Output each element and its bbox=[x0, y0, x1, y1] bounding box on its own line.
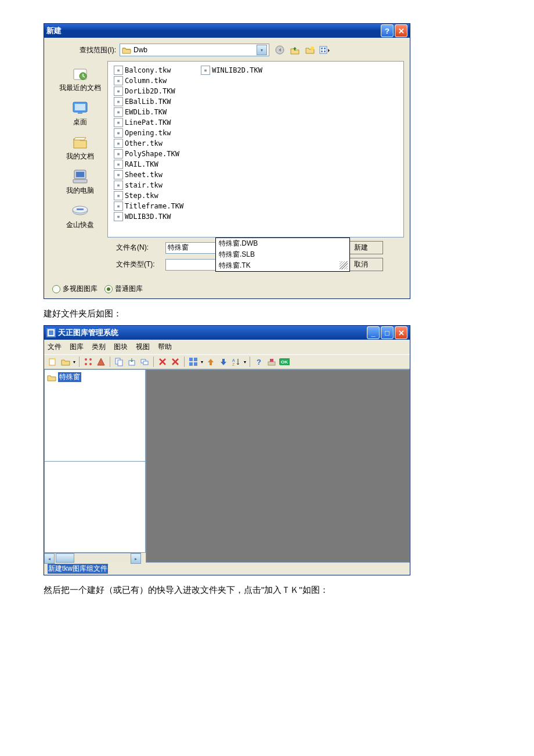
svg-point-1 bbox=[311, 46, 314, 50]
preview-panel bbox=[146, 369, 410, 563]
layout-icon[interactable] bbox=[188, 357, 199, 367]
scroll-right-icon[interactable]: ▸ bbox=[131, 553, 141, 564]
new-icon[interactable] bbox=[48, 357, 58, 367]
up-icon[interactable] bbox=[289, 44, 301, 56]
menu-category[interactable]: 类别 bbox=[92, 342, 106, 352]
copy-icon[interactable] bbox=[114, 357, 124, 367]
file-item[interactable]: ▦LinePat.TKW bbox=[114, 117, 183, 127]
settings-icon[interactable] bbox=[266, 357, 277, 367]
tree-item[interactable]: 特殊窗 bbox=[47, 372, 143, 382]
file-item[interactable]: ▦Step.tkw bbox=[114, 190, 183, 200]
sort-icon[interactable]: AZ bbox=[231, 357, 241, 367]
file-item[interactable]: ▦Titleframe.TKW bbox=[114, 201, 183, 211]
file-item[interactable]: ▦EBalLib.TKW bbox=[114, 96, 183, 106]
svg-point-21 bbox=[85, 358, 87, 361]
pyramid-icon[interactable] bbox=[96, 357, 106, 367]
mydocs-icon bbox=[71, 134, 89, 150]
svg-rect-29 bbox=[143, 361, 148, 365]
svg-rect-20 bbox=[49, 359, 55, 365]
place-kingsoft[interactable]: 金山快盘 bbox=[66, 200, 94, 232]
place-mydocs[interactable]: 我的文档 bbox=[66, 132, 94, 164]
radio-multiview[interactable]: 多视图图库 bbox=[52, 284, 98, 294]
horizontal-scrollbar[interactable]: ◂ ▸ bbox=[44, 553, 141, 563]
ok-icon[interactable]: OK bbox=[279, 357, 290, 367]
look-in-combo[interactable]: Dwb ▾ bbox=[120, 44, 269, 56]
file-item[interactable]: ▦PolyShape.TKW bbox=[114, 149, 183, 159]
paragraph-1: 建好文件夹后如图： bbox=[44, 308, 490, 319]
place-recent[interactable]: 我最近的文档 bbox=[59, 63, 101, 95]
dropdown-item[interactable]: 特殊窗.TK bbox=[216, 260, 349, 271]
file-icon: ▦ bbox=[114, 149, 123, 159]
down-arrow-icon[interactable] bbox=[218, 357, 229, 367]
delete-icon[interactable] bbox=[157, 357, 168, 367]
help-icon[interactable]: ? bbox=[254, 357, 264, 367]
menu-view[interactable]: 视图 bbox=[136, 342, 150, 352]
look-in-value: Dwb bbox=[134, 46, 147, 54]
tree-panel[interactable]: 特殊窗 bbox=[44, 369, 146, 462]
link-icon[interactable] bbox=[139, 357, 150, 367]
menu-library[interactable]: 图库 bbox=[70, 342, 84, 352]
new-folder-icon[interactable] bbox=[304, 44, 316, 56]
chevron-down-icon[interactable]: ▾ bbox=[244, 359, 246, 365]
file-item[interactable]: ▦EWDLib.TKW bbox=[114, 107, 183, 117]
svg-rect-10 bbox=[75, 104, 85, 110]
file-item[interactable]: ▦stair.tkw bbox=[114, 180, 183, 190]
menu-help[interactable]: 帮助 bbox=[158, 342, 172, 352]
file-item[interactable]: ▦WDLIB3D.TKW bbox=[114, 211, 183, 221]
place-desktop[interactable]: 桌面 bbox=[71, 98, 89, 129]
lower-tree-panel[interactable] bbox=[44, 462, 146, 553]
file-icon: ▦ bbox=[114, 87, 123, 96]
place-mycomputer[interactable]: 我的电脑 bbox=[66, 166, 94, 198]
grid-icon[interactable] bbox=[83, 357, 93, 367]
paragraph-2: 然后把一个建好（或已有）的快导入进改文件夹下，点击"加入ＴＫ"如图： bbox=[44, 585, 490, 596]
dropdown-item[interactable]: 特殊窗.SLB bbox=[216, 249, 349, 260]
place-label: 金山快盘 bbox=[66, 220, 94, 230]
close-button[interactable]: ✕ bbox=[395, 24, 407, 37]
file-icon: ▦ bbox=[114, 170, 123, 179]
scroll-left-icon[interactable]: ◂ bbox=[44, 553, 55, 564]
chevron-down-icon[interactable]: ▾ bbox=[201, 359, 203, 365]
help-button[interactable]: ? bbox=[381, 24, 394, 37]
file-item[interactable]: ▦WINLIB2D.TKW bbox=[201, 65, 262, 75]
scroll-thumb[interactable] bbox=[56, 553, 74, 563]
folder-open-icon bbox=[47, 373, 56, 381]
delete-all-icon[interactable] bbox=[170, 357, 181, 367]
file-item[interactable]: ▦Opening.tkw bbox=[114, 128, 183, 138]
radio-normal[interactable]: 普通图库 bbox=[104, 284, 143, 294]
chevron-down-icon[interactable]: ▾ bbox=[257, 45, 267, 55]
close-button[interactable]: ✕ bbox=[395, 326, 407, 339]
file-icon: ▦ bbox=[114, 128, 123, 138]
file-item[interactable]: ▦Balcony.tkw bbox=[114, 65, 183, 75]
file-item[interactable]: ▦RAIL.TKW bbox=[114, 159, 183, 169]
export-icon[interactable] bbox=[127, 357, 137, 367]
radio-icon bbox=[104, 285, 113, 293]
file-item[interactable]: ▦DorLib2D.TKW bbox=[114, 86, 183, 96]
back-icon[interactable] bbox=[274, 44, 286, 56]
svg-rect-6 bbox=[324, 51, 326, 52]
file-icon: ▦ bbox=[114, 181, 123, 190]
file-item[interactable]: ▦Column.tkw bbox=[114, 75, 183, 85]
file-item[interactable]: ▦Sheet.tkw bbox=[114, 170, 183, 179]
window-title: 天正图库管理系统 bbox=[58, 327, 118, 338]
file-column-1: ▦Balcony.tkw ▦Column.tkw ▦DorLib2D.TKW ▦… bbox=[114, 65, 183, 221]
menu-file[interactable]: 文件 bbox=[48, 342, 62, 352]
view-menu-icon[interactable] bbox=[319, 44, 331, 56]
menu-block[interactable]: 图块 bbox=[114, 342, 128, 352]
minimize-button[interactable]: _ bbox=[367, 326, 380, 339]
desktop-icon bbox=[71, 100, 89, 116]
svg-point-23 bbox=[85, 363, 87, 365]
library-manager-window: 天正图库管理系统 _ □ ✕ 文件 图库 类别 图块 视图 帮助 ▾ ▾ AZ … bbox=[44, 325, 410, 575]
new-file-dialog: 新建 ? ✕ 查找范围(I): Dwb ▾ 我最近的文档 bbox=[44, 23, 410, 299]
up-arrow-icon[interactable] bbox=[205, 357, 216, 367]
file-list[interactable]: ▦Balcony.tkw ▦Column.tkw ▦DorLib2D.TKW ▦… bbox=[107, 61, 404, 237]
file-item[interactable]: ▦Other.tkw bbox=[114, 138, 183, 148]
menubar: 文件 图库 类别 图块 视图 帮助 bbox=[44, 340, 410, 354]
open-icon[interactable] bbox=[60, 357, 71, 367]
svg-rect-14 bbox=[73, 179, 87, 183]
resize-grip[interactable] bbox=[340, 261, 348, 269]
file-icon: ▦ bbox=[114, 97, 123, 106]
dropdown-item[interactable]: 特殊窗.DWB bbox=[216, 238, 349, 249]
svg-rect-38 bbox=[270, 359, 273, 362]
chevron-down-icon[interactable]: ▾ bbox=[73, 359, 75, 365]
maximize-button[interactable]: □ bbox=[381, 326, 394, 339]
